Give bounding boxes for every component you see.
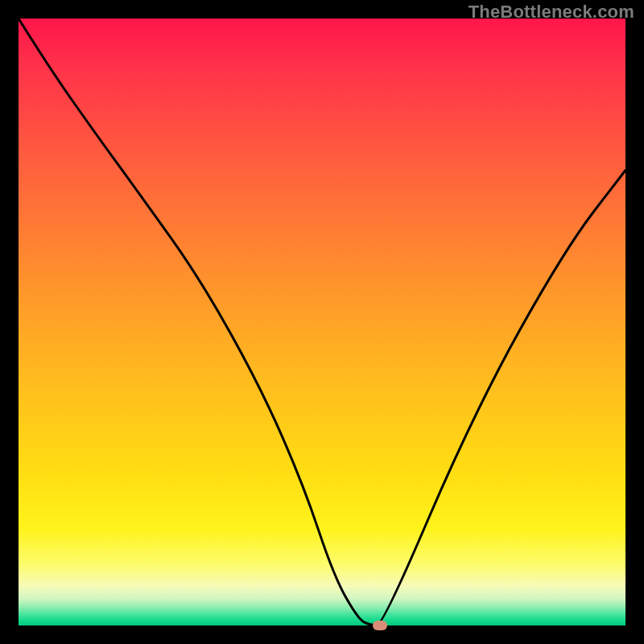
curve-path: [19, 19, 625, 625]
plot-area: [19, 19, 625, 625]
chart-frame: TheBottleneck.com: [0, 0, 644, 644]
optimal-point-marker: [373, 621, 387, 630]
bottleneck-curve: [19, 19, 625, 625]
